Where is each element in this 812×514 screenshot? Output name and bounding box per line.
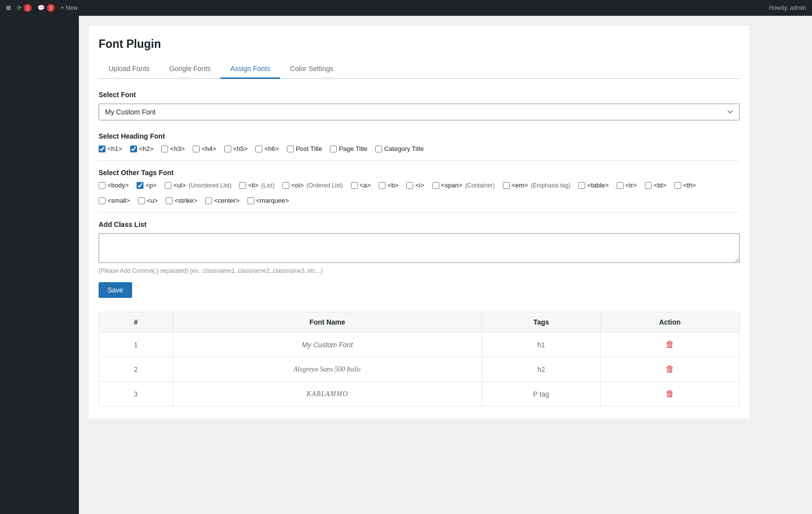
checkbox-category-title-input[interactable]: [375, 146, 382, 152]
checkbox-td[interactable]: <td>: [645, 182, 667, 189]
row2-tags: h2: [482, 357, 600, 382]
checkbox-strike-input[interactable]: [166, 197, 173, 204]
row1-font-name: My Custom Font: [173, 332, 482, 357]
checkbox-strike[interactable]: <strike>: [166, 197, 197, 204]
row1-delete-button[interactable]: 🗑: [666, 339, 674, 349]
checkbox-p[interactable]: <p>: [137, 182, 156, 189]
checkbox-page-title-input[interactable]: [330, 146, 337, 152]
checkbox-li-label: <li> (List): [248, 182, 274, 189]
wp-icon: ⊞: [6, 4, 11, 11]
admin-bar-greeting: Howdy, admin: [769, 4, 806, 11]
checkbox-h5[interactable]: <h5>: [224, 145, 248, 152]
checkbox-u[interactable]: <u>: [138, 197, 158, 204]
checkbox-h2-input[interactable]: [130, 146, 137, 152]
checkbox-post-title-input[interactable]: [287, 146, 294, 152]
checkbox-h4[interactable]: <h4>: [193, 145, 216, 152]
checkbox-marquee[interactable]: <marquee>: [247, 197, 289, 204]
checkbox-h1[interactable]: <h1>: [99, 145, 122, 152]
checkbox-u-label: <u>: [147, 197, 158, 204]
checkbox-b[interactable]: <b>: [379, 182, 398, 189]
checkbox-h6-input[interactable]: [255, 146, 262, 152]
checkbox-ul-input[interactable]: [165, 182, 172, 189]
checkbox-span[interactable]: <span> (Container): [432, 182, 495, 189]
checkbox-h2[interactable]: <h2>: [130, 145, 154, 152]
checkbox-li[interactable]: <li> (List): [239, 182, 274, 189]
checkbox-b-input[interactable]: [379, 182, 386, 189]
row3-num: 3: [99, 382, 173, 406]
row3-tags: P tag: [482, 382, 600, 406]
checkbox-marquee-input[interactable]: [247, 197, 254, 204]
other-tags-checkboxes: <body> <p> <ul> (Unordered List) <li> (L…: [99, 182, 740, 189]
row2-action: 🗑: [600, 357, 740, 382]
checkbox-table[interactable]: <table>: [578, 182, 608, 189]
font-select[interactable]: My Custom Font Alegreya Sans 500 Italic …: [99, 104, 740, 120]
checkbox-h3-input[interactable]: [161, 146, 168, 152]
checkbox-marquee-label: <marquee>: [256, 197, 289, 204]
admin-bar: ⊞ ⟳ 1 💬 0 + New Howdy, admin: [0, 0, 812, 16]
checkbox-u-input[interactable]: [138, 197, 145, 204]
checkbox-table-label: <table>: [587, 182, 608, 189]
class-list-textarea[interactable]: [99, 233, 740, 263]
row2-delete-button[interactable]: 🗑: [666, 364, 674, 374]
row2-num: 2: [99, 357, 173, 382]
checkbox-h1-label: <h1>: [107, 145, 122, 152]
checkbox-page-title[interactable]: Page Title: [330, 145, 367, 152]
checkbox-b-label: <b>: [388, 182, 398, 189]
checkbox-h6[interactable]: <h6>: [255, 145, 279, 152]
checkbox-span-input[interactable]: [432, 182, 439, 189]
checkbox-th[interactable]: <th>: [674, 182, 696, 189]
checkbox-center-input[interactable]: [205, 197, 212, 204]
checkbox-small-input[interactable]: [99, 197, 106, 204]
admin-bar-comments[interactable]: 💬 0: [37, 4, 55, 12]
checkbox-h1-input[interactable]: [99, 146, 106, 152]
main-content: Font Plugin Upload Fonts Google Fonts As…: [79, 16, 812, 514]
checkbox-p-input[interactable]: [137, 182, 143, 189]
checkbox-ol[interactable]: <ol> (Ordered List): [282, 182, 343, 189]
checkbox-li-input[interactable]: [239, 182, 246, 189]
checkbox-i[interactable]: <i>: [406, 182, 424, 189]
wp-logo[interactable]: ⊞: [6, 4, 11, 11]
checkbox-em[interactable]: <em> (Emphasis tag): [503, 182, 571, 189]
checkbox-center-label: <center>: [214, 197, 239, 204]
checkbox-category-title[interactable]: Category Title: [375, 145, 424, 152]
updates-badge: 1: [24, 4, 32, 12]
checkbox-ul[interactable]: <ul> (Unordered List): [165, 182, 232, 189]
checkbox-post-title[interactable]: Post Title: [287, 145, 322, 152]
admin-bar-left: ⊞ ⟳ 1 💬 0 + New: [6, 4, 77, 12]
checkbox-small[interactable]: <small>: [99, 197, 130, 204]
checkbox-body-label: <body>: [107, 182, 129, 189]
checkbox-h3[interactable]: <h3>: [161, 145, 185, 152]
checkbox-p-label: <p>: [145, 182, 156, 189]
heading-font-section: Select Heading Font <h1> <h2> <h3>: [99, 132, 740, 152]
checkbox-i-input[interactable]: [406, 182, 413, 189]
checkbox-h4-input[interactable]: [193, 146, 200, 152]
checkbox-td-label: <td>: [654, 182, 667, 189]
checkbox-center[interactable]: <center>: [205, 197, 239, 204]
checkbox-a[interactable]: <a>: [351, 182, 371, 189]
checkbox-h5-label: <h5>: [233, 145, 248, 152]
tab-upload-fonts[interactable]: Upload Fonts: [99, 60, 159, 79]
checkbox-table-input[interactable]: [578, 182, 585, 189]
row1-tags: h1: [482, 332, 600, 357]
checkbox-body[interactable]: <body>: [99, 182, 129, 189]
new-icon: + New: [61, 4, 77, 11]
row3-delete-button[interactable]: 🗑: [666, 389, 674, 399]
admin-bar-updates[interactable]: ⟳ 1: [17, 4, 32, 12]
checkbox-em-input[interactable]: [503, 182, 510, 189]
col-font-name: Font Name: [173, 312, 482, 332]
checkbox-tr[interactable]: <tr>: [617, 182, 637, 189]
checkbox-h6-label: <h6>: [264, 145, 279, 152]
checkbox-a-input[interactable]: [351, 182, 358, 189]
tab-google-fonts[interactable]: Google Fonts: [159, 60, 220, 79]
admin-bar-new[interactable]: + New: [61, 4, 77, 11]
checkbox-body-input[interactable]: [99, 182, 106, 189]
checkbox-tr-input[interactable]: [617, 182, 624, 189]
checkbox-td-input[interactable]: [645, 182, 652, 189]
checkbox-h5-input[interactable]: [224, 146, 231, 152]
tab-color-settings[interactable]: Color Settings: [280, 60, 343, 79]
checkbox-th-input[interactable]: [674, 182, 681, 189]
save-button[interactable]: Save: [99, 282, 132, 298]
checkbox-ol-input[interactable]: [282, 182, 289, 189]
tab-assign-fonts[interactable]: Assign Fonts: [220, 60, 280, 79]
col-num: #: [99, 312, 173, 332]
